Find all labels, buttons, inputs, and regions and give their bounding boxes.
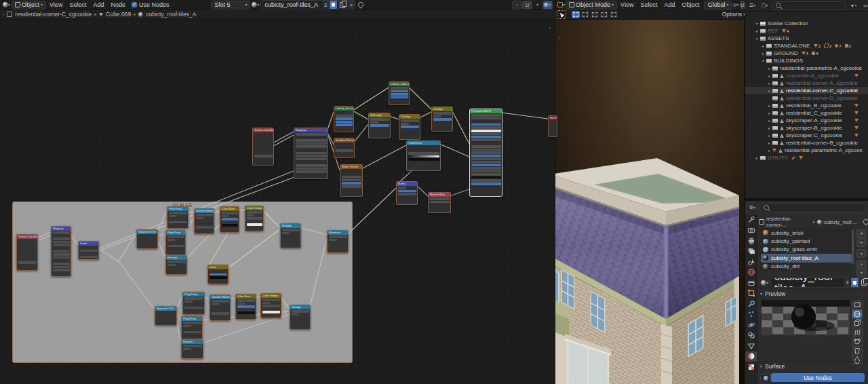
outliner-row-ground[interactable]: ▸GROUND44 xyxy=(745,50,868,57)
disclosure-icon[interactable]: ▸ xyxy=(754,155,760,160)
disclosure-icon[interactable]: ▸ xyxy=(766,66,772,71)
sidebar-collapse-icon[interactable]: ‹ xyxy=(549,26,551,31)
fake-user-icon[interactable] xyxy=(850,278,859,287)
node-row[interactable] xyxy=(296,142,327,145)
parent-node-tree-icon[interactable]: ↑ xyxy=(512,1,522,9)
node-row[interactable] xyxy=(167,261,186,263)
node-row[interactable] xyxy=(196,214,213,216)
properties-tab-output[interactable] xyxy=(745,235,757,246)
remove-slot-button[interactable]: − xyxy=(856,238,867,247)
material-name-field[interactable]: cubicty_roof-tiles_A 3 × xyxy=(770,277,868,288)
node-row[interactable] xyxy=(471,189,501,191)
pin-icon[interactable] xyxy=(355,1,366,9)
menu-object[interactable]: Object xyxy=(678,1,703,8)
node-row[interactable] xyxy=(53,247,70,250)
node-row[interactable] xyxy=(247,220,262,223)
node-row[interactable] xyxy=(342,170,361,172)
node-row[interactable] xyxy=(401,123,409,126)
browse-material-icon[interactable]: ▾ xyxy=(250,1,260,9)
node-row[interactable] xyxy=(212,300,229,303)
node-row[interactable] xyxy=(336,117,353,120)
disclosure-icon[interactable]: ▸ xyxy=(766,111,772,115)
node-row[interactable] xyxy=(296,170,327,173)
node-row[interactable] xyxy=(247,211,262,214)
unlink-material-icon[interactable]: × xyxy=(347,1,355,9)
node-row[interactable] xyxy=(247,217,262,220)
outliner-row-residential-c-cgcookie[interactable]: ▸residential_C_cgcookie xyxy=(745,109,868,117)
node-row[interactable] xyxy=(433,112,452,115)
slot-specials-icon[interactable]: ▾ xyxy=(856,249,867,258)
material-slot-cubicty_roof-tiles_A[interactable]: cubicty_roof-tiles_A xyxy=(761,254,852,262)
outliner-row-buildings[interactable]: ▾BUILDINGS xyxy=(745,57,868,64)
properties-tab-world[interactable] xyxy=(745,267,757,278)
node-row[interactable] xyxy=(296,158,327,161)
pin-icon[interactable] xyxy=(862,218,868,225)
node-row[interactable] xyxy=(222,218,238,220)
disclosure-icon[interactable]: ▸ xyxy=(760,43,766,48)
properties-tab-scene[interactable] xyxy=(745,256,757,267)
node-row[interactable] xyxy=(183,345,202,347)
disclosure-icon[interactable]: ▸ xyxy=(766,126,772,130)
node-row[interactable] xyxy=(370,121,379,124)
node-row[interactable] xyxy=(237,309,255,311)
node-row[interactable] xyxy=(262,305,280,307)
node-row[interactable] xyxy=(169,221,187,224)
node-row[interactable] xyxy=(196,226,213,229)
node-row[interactable] xyxy=(471,164,501,167)
node-row[interactable] xyxy=(196,217,203,220)
node-row[interactable] xyxy=(391,87,408,90)
shader-node-bump[interactable]: Bump xyxy=(396,181,418,205)
node-row[interactable] xyxy=(408,158,439,161)
select-subtract-icon[interactable] xyxy=(591,11,599,18)
node-row[interactable] xyxy=(183,348,192,351)
shader-node-mix-color-dodge-1[interactable]: Color Dodge xyxy=(245,206,264,231)
copy-material-icon[interactable] xyxy=(859,278,868,287)
use-nodes-checkbox[interactable]: ✓ Use Nodes xyxy=(132,1,170,8)
editor-type-icon[interactable]: ▾ xyxy=(1,1,12,9)
node-row[interactable] xyxy=(329,239,337,242)
editor-type-icon[interactable]: ▾ xyxy=(557,1,566,9)
node-row[interactable] xyxy=(471,114,501,117)
new-collection-icon[interactable]: ▭ xyxy=(861,1,868,10)
shader-node-math-ping-pong-2[interactable]: Ping-Pong xyxy=(165,230,186,255)
disclosure-icon[interactable]: ▸ xyxy=(754,28,760,33)
node-row[interactable] xyxy=(408,152,439,155)
users-count-badge[interactable]: 3 xyxy=(843,278,850,287)
node-row[interactable] xyxy=(550,121,556,123)
snap-magnet-icon[interactable]: U xyxy=(740,1,745,9)
node-row[interactable] xyxy=(53,237,70,240)
node-row[interactable] xyxy=(398,190,416,193)
disclosure-icon[interactable]: ▸ xyxy=(766,133,772,138)
node-row[interactable] xyxy=(370,124,389,127)
node-row[interactable] xyxy=(471,151,501,154)
node-row[interactable] xyxy=(471,136,501,138)
node-row[interactable] xyxy=(296,136,327,139)
node-row[interactable] xyxy=(222,221,238,224)
shader-node-mapping-2[interactable]: Mapping xyxy=(294,128,328,179)
node-row[interactable] xyxy=(18,243,37,246)
material-slot-cubicity_dirt[interactable]: cubicity_dirt xyxy=(761,263,852,271)
node-row[interactable] xyxy=(550,130,556,133)
properties-tab-modifiers[interactable] xyxy=(745,299,757,309)
node-row[interactable] xyxy=(53,244,70,246)
editor-type-icon[interactable]: ☰▾ xyxy=(747,1,757,10)
outliner-row-skyscraper-c-cgcookie[interactable]: ▸skyscraper-C_cgcookie xyxy=(745,132,868,139)
node-row[interactable] xyxy=(292,310,309,313)
node-row[interactable] xyxy=(336,123,353,126)
node-row[interactable] xyxy=(262,311,280,313)
node-row[interactable] xyxy=(401,129,419,132)
node-row[interactable] xyxy=(237,299,255,302)
node-row[interactable] xyxy=(254,136,273,139)
node-row[interactable] xyxy=(53,231,70,234)
node-row[interactable] xyxy=(222,224,238,227)
node-row[interactable] xyxy=(183,322,201,324)
shader-node-invert[interactable]: Invert xyxy=(208,265,229,284)
node-row[interactable] xyxy=(471,155,501,157)
node-row[interactable] xyxy=(329,235,347,238)
move-slot-down-icon[interactable]: ▾ xyxy=(856,268,867,277)
node-row[interactable] xyxy=(183,328,201,330)
disclosure-icon[interactable]: ▸ xyxy=(766,73,772,78)
node-row[interactable] xyxy=(391,90,408,93)
node-row[interactable] xyxy=(254,133,273,136)
disclosure-icon[interactable]: ▸ xyxy=(766,148,772,153)
